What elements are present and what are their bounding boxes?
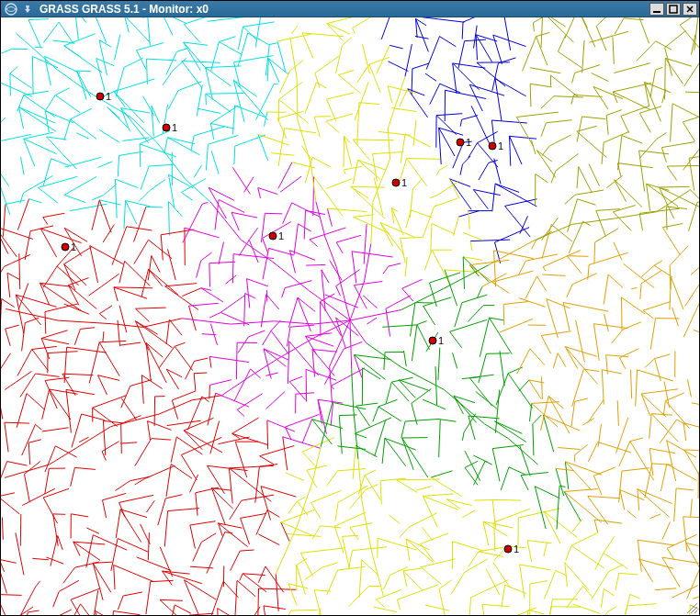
svg-line-1194	[493, 563, 510, 588]
svg-line-1374	[521, 476, 528, 490]
svg-line-53	[74, 17, 78, 39]
svg-point-1594	[163, 124, 170, 131]
map-canvas[interactable]: 111111111	[1, 17, 699, 615]
svg-line-216	[436, 114, 462, 116]
svg-line-1243	[630, 594, 640, 599]
svg-line-739	[209, 581, 223, 615]
svg-line-36	[43, 22, 59, 43]
svg-line-1423	[541, 336, 550, 354]
svg-line-1552	[662, 557, 680, 587]
svg-line-1549	[667, 534, 696, 548]
svg-line-1561	[692, 403, 699, 410]
svg-line-98	[115, 179, 138, 187]
svg-line-1256	[362, 502, 372, 553]
app-window: GRASS GRASS 5.1 - Monitor: x0 111111111	[0, 0, 700, 616]
svg-line-341	[606, 116, 608, 135]
svg-line-1119	[397, 479, 440, 480]
svg-line-480	[28, 440, 41, 442]
close-button[interactable]	[683, 3, 697, 16]
resize-handle-icon[interactable]	[685, 601, 698, 614]
svg-line-1490	[630, 442, 654, 481]
svg-line-87	[124, 58, 143, 67]
svg-line-1424	[553, 353, 558, 368]
svg-line-540	[64, 304, 89, 314]
svg-line-1533	[672, 277, 684, 309]
svg-line-1363	[495, 421, 526, 442]
svg-line-1059	[351, 186, 385, 187]
svg-line-885	[304, 210, 305, 239]
svg-line-982	[288, 584, 308, 588]
svg-line-43	[55, 95, 80, 113]
svg-line-12	[1, 118, 6, 130]
svg-line-129	[164, 138, 168, 154]
svg-line-1367	[501, 467, 509, 490]
svg-line-481	[28, 442, 29, 465]
minimize-button[interactable]	[649, 3, 664, 16]
svg-line-95	[123, 138, 150, 141]
svg-line-816	[209, 380, 231, 386]
svg-line-137	[184, 24, 200, 42]
svg-line-447	[7, 462, 28, 466]
svg-line-222	[463, 17, 488, 22]
svg-line-800	[201, 288, 223, 302]
svg-line-524	[58, 536, 62, 550]
svg-line-966	[279, 99, 309, 123]
svg-line-856	[265, 373, 277, 375]
svg-line-1426	[542, 377, 543, 399]
svg-line-1306	[412, 403, 417, 424]
svg-line-1035	[338, 486, 367, 502]
svg-line-1139	[423, 207, 435, 239]
maximize-button[interactable]	[666, 3, 681, 16]
svg-line-49	[43, 159, 51, 186]
svg-line-789	[5, 465, 50, 477]
svg-line-961	[277, 34, 311, 41]
pin-icon[interactable]	[21, 3, 34, 16]
svg-line-1141	[431, 224, 432, 252]
svg-line-877	[289, 382, 305, 400]
svg-line-1558	[694, 330, 699, 336]
svg-line-1129	[403, 571, 423, 590]
svg-line-1010	[305, 567, 322, 579]
svg-line-279	[520, 216, 528, 233]
svg-line-945	[182, 319, 231, 324]
svg-line-778	[258, 588, 259, 615]
titlebar[interactable]: GRASS GRASS 5.1 - Monitor: x0	[1, 1, 699, 17]
svg-line-478	[36, 424, 42, 430]
svg-line-275	[505, 199, 537, 207]
svg-line-348	[595, 229, 618, 242]
svg-line-1325	[445, 270, 457, 306]
svg-line-658	[147, 500, 155, 512]
svg-line-444	[1, 405, 3, 419]
svg-line-902	[318, 399, 343, 403]
svg-line-1084	[378, 131, 411, 135]
svg-line-1390	[321, 404, 332, 447]
svg-line-1572	[686, 543, 699, 570]
svg-line-162	[210, 123, 234, 129]
svg-line-1188	[492, 499, 521, 500]
svg-line-118	[146, 207, 163, 207]
svg-line-1375	[535, 487, 559, 498]
svg-line-229	[446, 90, 487, 98]
svg-line-201	[389, 62, 409, 72]
svg-line-1505	[655, 354, 671, 359]
svg-line-1464	[602, 370, 621, 374]
svg-line-396	[661, 148, 666, 162]
svg-line-280	[405, 44, 412, 76]
road-layer	[516, 17, 699, 253]
svg-line-1489	[619, 442, 630, 466]
svg-line-1496	[654, 261, 662, 265]
svg-line-935	[350, 320, 352, 369]
svg-line-1236	[604, 588, 614, 596]
svg-line-676	[172, 391, 196, 400]
svg-line-289	[516, 112, 559, 117]
svg-line-1159	[454, 217, 459, 236]
svg-line-1461	[593, 324, 599, 361]
svg-line-297	[543, 17, 566, 27]
svg-line-590	[86, 528, 99, 533]
svg-line-826	[232, 254, 233, 284]
svg-line-1292	[378, 407, 401, 421]
svg-line-829	[245, 294, 256, 299]
svg-line-736	[207, 532, 225, 574]
svg-line-1454	[594, 242, 595, 263]
svg-line-791	[112, 324, 143, 328]
